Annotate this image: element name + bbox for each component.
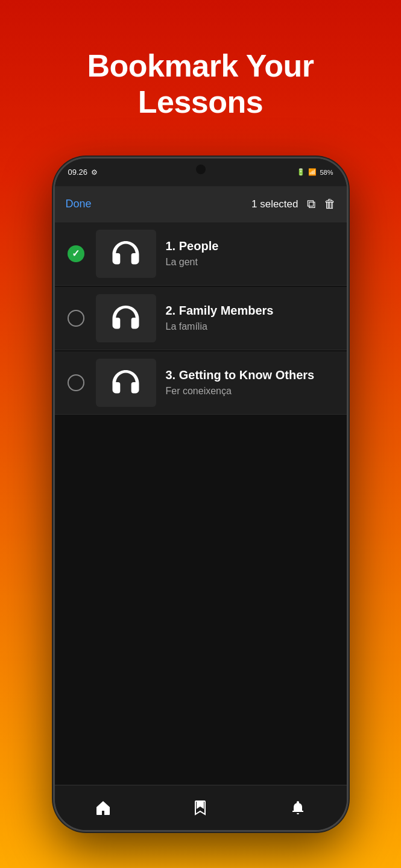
lesson-3-title: 3. Getting to Know Others (166, 368, 336, 382)
notifications-nav-button[interactable] (280, 790, 316, 826)
radio-unchecked-icon (68, 374, 84, 391)
signal-icon: 📶 (308, 168, 317, 176)
copy-icon[interactable]: ⧉ (307, 197, 315, 211)
top-action-bar: Done 1 selected ⧉ 🗑 (55, 186, 347, 222)
lesson-3-subtitle: Fer coneixença (166, 386, 336, 397)
lesson-2-thumbnail (96, 294, 156, 342)
done-button[interactable]: Done (66, 198, 92, 210)
lesson-1-radio[interactable] (66, 245, 86, 262)
lesson-1-info: 1. People La gent (166, 239, 336, 268)
radio-checked-icon (68, 245, 84, 262)
selected-count-label: 1 selected (251, 198, 298, 210)
lesson-2-radio[interactable] (66, 310, 86, 327)
lesson-3-info: 3. Getting to Know Others Fer coneixença (166, 368, 336, 397)
battery-percent: 58% (320, 169, 333, 176)
list-item[interactable]: 3. Getting to Know Others Fer coneixença (55, 351, 347, 415)
radio-unchecked-icon (68, 310, 84, 327)
lesson-2-info: 2. Family Members La família (166, 304, 336, 332)
bottom-navigation (55, 785, 347, 830)
status-time: 09.26 (68, 168, 88, 177)
settings-gear-icon: ⚙ (91, 168, 98, 177)
lesson-3-radio[interactable] (66, 374, 86, 391)
lesson-1-subtitle: La gent (166, 257, 336, 268)
lesson-list: 1. People La gent 2. Family Members La f… (55, 222, 347, 785)
lesson-3-thumbnail (96, 359, 156, 407)
list-item[interactable]: 2. Family Members La família (55, 287, 347, 350)
camera-notch (196, 165, 206, 174)
lesson-1-thumbnail (96, 230, 156, 278)
list-item[interactable]: 1. People La gent (55, 222, 347, 286)
delete-icon[interactable]: 🗑 (324, 197, 336, 211)
lesson-2-subtitle: La família (166, 321, 336, 332)
phone-frame: 09.26 ⚙ 🔋 📶 58% Done 1 selected ⧉ 🗑 (53, 157, 349, 832)
home-nav-button[interactable] (85, 790, 121, 826)
lesson-1-title: 1. People (166, 239, 336, 253)
battery-icon: 🔋 (297, 168, 305, 176)
page-title: Bookmark YourLessons (63, 48, 338, 121)
lesson-2-title: 2. Family Members (166, 304, 336, 318)
bookmark-nav-button[interactable] (182, 790, 218, 826)
